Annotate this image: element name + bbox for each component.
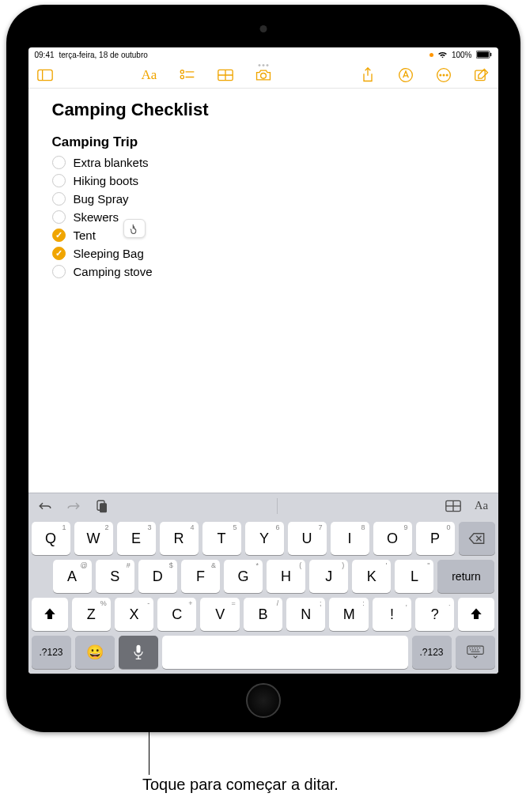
unchecked-circle-icon[interactable]: [52, 174, 66, 187]
checklist-item-label: Skewers: [74, 210, 119, 224]
key-sublabel: @: [80, 561, 87, 569]
ipad-frame: 09:41 terça-feira, 18 de outubro 100%: [6, 5, 520, 732]
checked-circle-icon[interactable]: [52, 228, 66, 242]
note-body[interactable]: Camping Checklist Camping Trip Extra bla…: [28, 89, 498, 493]
key-p[interactable]: P0: [416, 522, 455, 555]
table-button[interactable]: [217, 66, 234, 84]
checklist-item-label: Bug Spray: [74, 192, 129, 206]
more-button[interactable]: [435, 66, 452, 84]
multitask-dots-icon[interactable]: [258, 64, 268, 66]
key-n[interactable]: N;: [286, 598, 325, 631]
key-sublabel: /: [277, 599, 279, 607]
kb-format-button[interactable]: Aa: [473, 497, 490, 515]
checked-circle-icon[interactable]: [52, 247, 66, 260]
camera-dot: [259, 25, 267, 32]
key-r[interactable]: R4: [160, 522, 199, 555]
key-sublabel: -: [147, 599, 149, 607]
emoji-key[interactable]: 😀: [75, 636, 115, 669]
key-sublabel: 1: [62, 523, 66, 531]
checklist-item[interactable]: Sleeping Bag: [52, 244, 475, 262]
dismiss-keyboard-key[interactable]: [456, 636, 495, 669]
key-s[interactable]: S#: [96, 560, 134, 593]
checklist-button[interactable]: [179, 66, 196, 84]
unchecked-circle-icon[interactable]: [52, 192, 66, 206]
checklist-item[interactable]: Bug Spray: [52, 190, 475, 208]
key-sublabel: ": [427, 561, 430, 569]
note-subtitle: Camping Trip: [52, 134, 475, 150]
checklist-item[interactable]: Tent: [52, 226, 475, 244]
checklist-item-label: Extra blankets: [74, 156, 149, 169]
key-sublabel: 0: [446, 523, 450, 531]
key-sublabel: .: [448, 599, 451, 607]
key-m[interactable]: M:: [329, 598, 368, 631]
format-button[interactable]: Aa: [141, 66, 158, 84]
checklist-item-label: Tent: [74, 228, 96, 242]
key-k[interactable]: K': [352, 560, 391, 593]
key-y[interactable]: Y6: [245, 522, 284, 555]
svg-rect-2: [490, 53, 491, 57]
unchecked-circle-icon[interactable]: [52, 156, 66, 169]
key-q[interactable]: Q1: [32, 522, 70, 555]
svg-point-17: [446, 74, 448, 76]
checklist-item[interactable]: Hiking boots: [52, 172, 475, 190]
dictation-key[interactable]: [119, 636, 158, 669]
key-sublabel: 9: [403, 523, 407, 531]
symbols-key-right[interactable]: .?123: [412, 636, 452, 669]
touch-cursor-icon: [123, 219, 146, 238]
key-t[interactable]: T5: [202, 522, 241, 555]
space-key[interactable]: [162, 636, 408, 669]
unchecked-circle-icon[interactable]: [52, 210, 66, 224]
key-e[interactable]: E3: [117, 522, 156, 555]
markup-button[interactable]: [397, 66, 414, 84]
key-sublabel: 8: [361, 523, 365, 531]
paste-button[interactable]: [93, 497, 111, 515]
key-l[interactable]: L": [395, 560, 433, 593]
unchecked-circle-icon[interactable]: [52, 265, 66, 278]
camera-button[interactable]: [255, 66, 272, 84]
kb-table-button[interactable]: [445, 497, 462, 515]
key-![interactable]: !,: [373, 598, 411, 631]
return-key[interactable]: return: [437, 560, 494, 593]
compose-button[interactable]: [473, 66, 490, 84]
key-g[interactable]: G*: [224, 560, 263, 593]
redo-button[interactable]: [65, 497, 82, 515]
key-sublabel: *: [256, 561, 259, 569]
shift-key[interactable]: [458, 598, 494, 631]
key-c[interactable]: C+: [157, 598, 196, 631]
checklist-item[interactable]: Extra blankets: [52, 153, 475, 172]
status-time: 09:41: [35, 51, 55, 59]
undo-button[interactable]: [36, 497, 54, 515]
share-button[interactable]: [359, 66, 377, 84]
svg-rect-3: [37, 70, 51, 80]
key-z[interactable]: Z%: [72, 598, 111, 631]
backspace-key[interactable]: [459, 522, 495, 555]
key-sublabel: ;: [320, 599, 322, 607]
home-button[interactable]: [246, 683, 281, 718]
key-b[interactable]: B/: [244, 598, 282, 631]
checklist-item[interactable]: Skewers: [52, 208, 475, 226]
sidebar-toggle-button[interactable]: [36, 66, 54, 84]
onscreen-keyboard: Q1W2E3R4T5Y6U7I8O9P0 A@S#D$F&G*H(J)K'L"r…: [28, 518, 498, 674]
svg-rect-1: [477, 52, 489, 58]
checklist-item[interactable]: Camping stove: [52, 262, 475, 281]
checklist: Extra blanketsHiking bootsBug SpraySkewe…: [52, 153, 475, 281]
key-sublabel: (: [299, 561, 301, 569]
key-h[interactable]: H(: [267, 560, 305, 593]
key-v[interactable]: V=: [200, 598, 239, 631]
key-x[interactable]: X-: [115, 598, 153, 631]
key-d[interactable]: D$: [138, 560, 177, 593]
key-sublabel: #: [127, 561, 131, 569]
key-u[interactable]: U7: [288, 522, 327, 555]
svg-point-12: [260, 73, 266, 78]
shift-key[interactable]: [32, 598, 68, 631]
key-i[interactable]: I8: [331, 522, 369, 555]
key-j[interactable]: J): [309, 560, 348, 593]
symbols-key[interactable]: .?123: [32, 636, 71, 669]
key-f[interactable]: F&: [181, 560, 220, 593]
key-?[interactable]: ?.: [415, 598, 454, 631]
svg-point-15: [440, 74, 441, 76]
key-w[interactable]: W2: [74, 522, 113, 555]
wifi-icon: [437, 51, 448, 59]
key-o[interactable]: O9: [373, 522, 412, 555]
key-a[interactable]: A@: [53, 560, 92, 593]
